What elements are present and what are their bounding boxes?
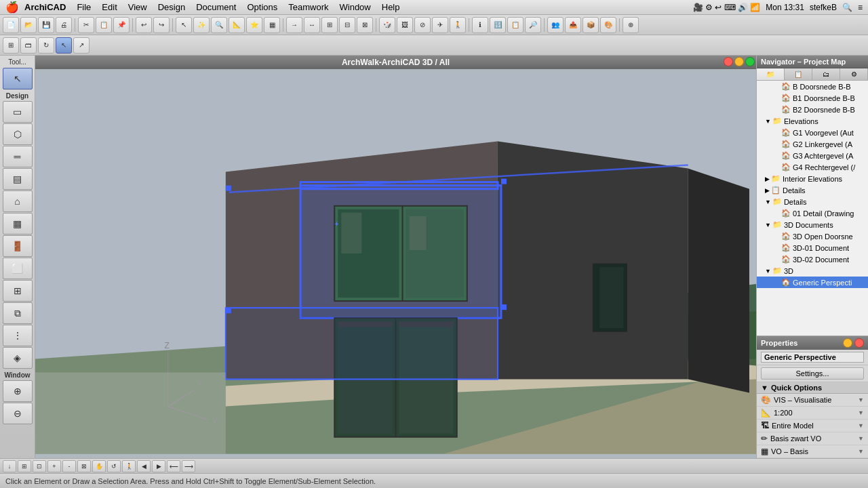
nav-tab-project[interactable]: 📁 xyxy=(757,68,785,80)
tree-item-achtergevel[interactable]: 🏠 G3 Achtergevel (A xyxy=(757,150,868,161)
door-tool[interactable]: 🚪 xyxy=(3,235,33,257)
floor-display-btn[interactable]: ⊞ xyxy=(18,460,31,472)
3d-scene[interactable]: Z Y X + xyxy=(35,69,756,458)
collab-btn[interactable]: 👥 xyxy=(547,17,564,33)
align-btn[interactable]: ⊟ xyxy=(339,17,355,33)
tree-item-doorsnede-b1[interactable]: 🏠 B1 Doorsnede B-B xyxy=(757,92,868,104)
print-btn[interactable]: 🖨 xyxy=(56,17,72,33)
interior-elevations-arrow[interactable]: ▶ xyxy=(765,176,770,182)
tree-item-doorsnede-bb[interactable]: 🏠 B Doorsnede B-B xyxy=(757,81,868,92)
zoom-btn[interactable]: 🔍 xyxy=(211,17,227,33)
walk-btn[interactable]: 🚶 xyxy=(450,17,466,33)
zoom-tool[interactable]: ⊕ xyxy=(3,380,33,402)
menu-help[interactable]: Help xyxy=(376,2,406,12)
prev-view-btn[interactable]: ⟵ xyxy=(167,460,180,472)
select-tool[interactable]: ↖ xyxy=(3,68,33,89)
section-btn[interactable]: ⊘ xyxy=(414,17,431,33)
color-btn[interactable]: 🎨 xyxy=(600,17,616,33)
new-btn[interactable]: 📄 xyxy=(3,17,19,33)
tree-item-doorsnede-b2[interactable]: 🏠 B2 Doorsnede B-B xyxy=(757,104,868,115)
list-icon[interactable]: ≡ xyxy=(858,3,863,12)
tree-item-voorgevel[interactable]: 🏠 G1 Voorgevel (Aut xyxy=(757,127,868,138)
stair-tool[interactable]: ▦ xyxy=(3,213,33,235)
tree-item-3d-documents[interactable]: ▼ 📁 3D Documents xyxy=(757,219,868,230)
3d-view-btn[interactable]: 🗃 xyxy=(20,37,37,54)
nav-tab-layout[interactable]: 📋 xyxy=(785,68,812,80)
paste-btn[interactable]: 📌 xyxy=(113,17,130,33)
tree-item-detail-01[interactable]: 🏠 01 Detail (Drawing xyxy=(757,207,868,219)
pen-set-arrow[interactable]: ▼ xyxy=(858,435,864,442)
tree-item-linkergevel[interactable]: 🏠 G2 Linkergevel (A xyxy=(757,138,868,150)
viewport-max-btn[interactable] xyxy=(745,57,755,66)
tree-item-3d[interactable]: ▼ 📁 3D xyxy=(757,265,868,277)
star-btn[interactable]: ⭐ xyxy=(246,17,262,33)
elevations-arrow[interactable]: ▼ xyxy=(765,118,771,125)
info-btn[interactable]: ℹ xyxy=(472,17,488,33)
pan-btn[interactable]: ✋ xyxy=(92,460,106,472)
nav-tab-publisher[interactable]: 🗂 xyxy=(812,68,840,80)
tree-item-elevations[interactable]: ▼ 📁 Elevations xyxy=(757,115,868,127)
scale-arrow[interactable]: ▼ xyxy=(858,409,864,416)
zone-tool[interactable]: ⧉ xyxy=(3,302,33,324)
save-btn[interactable]: 💾 xyxy=(38,17,54,33)
3d-documents-arrow[interactable]: ▼ xyxy=(765,222,771,228)
fly-btn[interactable]: ✈ xyxy=(432,17,448,33)
menu-document[interactable]: Document xyxy=(191,2,241,12)
wall-tool[interactable]: ▭ xyxy=(3,101,33,123)
magic-wand-btn[interactable]: ✨ xyxy=(193,17,210,33)
distribute-btn[interactable]: ⊠ xyxy=(357,17,373,33)
calc-btn[interactable]: 🔢 xyxy=(490,17,506,33)
scroll-back-btn[interactable]: ◀ xyxy=(137,460,151,472)
grid-btn[interactable]: ⊞ xyxy=(321,17,338,33)
schedule-btn[interactable]: 📋 xyxy=(507,17,524,33)
window-tool[interactable]: ⬜ xyxy=(3,258,33,279)
menu-view[interactable]: View xyxy=(123,2,153,12)
vis-arrow[interactable]: ▼ xyxy=(858,396,864,403)
nav-tab-info[interactable]: ⚙ xyxy=(840,68,868,80)
roof-tool[interactable]: ⌂ xyxy=(3,190,33,212)
object-tool[interactable]: ⊞ xyxy=(3,280,33,302)
open-btn[interactable]: 📂 xyxy=(20,17,37,33)
3d-btn[interactable]: 🎲 xyxy=(379,17,395,33)
zoom-out-btn[interactable]: - xyxy=(62,460,76,472)
search-icon[interactable]: 🔍 xyxy=(842,3,852,12)
fit-btn[interactable]: ⊠ xyxy=(77,460,91,472)
beam-tool[interactable]: ═ xyxy=(3,146,33,167)
mesh-tool[interactable]: ⋮ xyxy=(3,325,33,346)
orbit-btn[interactable]: ↺ xyxy=(107,460,121,472)
layer-btn[interactable]: ▦ xyxy=(264,17,280,33)
morph-tool[interactable]: ◈ xyxy=(3,347,33,369)
tree-item-worksheets[interactable]: ▶ 📋 Details xyxy=(757,184,868,196)
layer-arrow[interactable]: ▼ xyxy=(858,448,864,455)
details-arrow[interactable]: ▼ xyxy=(765,199,771,205)
export-btn[interactable]: 📦 xyxy=(583,17,599,33)
model-arrow[interactable]: ▼ xyxy=(858,422,864,429)
next-view-btn[interactable]: ⟶ xyxy=(182,460,195,472)
render-btn[interactable]: 🖼 xyxy=(397,17,413,33)
plan-view-btn[interactable]: ⊞ xyxy=(3,37,19,54)
tree-item-3d-open[interactable]: 🏠 3D Open Doorsne xyxy=(757,230,868,242)
menu-options[interactable]: Options xyxy=(241,2,283,12)
menu-window[interactable]: Window xyxy=(334,2,376,12)
undo-btn[interactable]: ↩ xyxy=(136,17,152,33)
viewport-close-btn[interactable] xyxy=(724,57,733,66)
menu-file[interactable]: File xyxy=(71,2,96,12)
navigator-tree[interactable]: 🏠 B Doorsnede B-B 🏠 B1 Doorsnede B-B 🏠 B… xyxy=(757,81,868,336)
menu-design[interactable]: Design xyxy=(153,2,191,12)
menu-teamwork[interactable]: Teamwork xyxy=(283,2,334,12)
menu-edit[interactable]: Edit xyxy=(96,2,122,12)
viewport-min-btn[interactable] xyxy=(734,57,744,66)
arrow-btn[interactable]: → xyxy=(286,17,302,33)
properties-min-btn[interactable] xyxy=(843,338,852,348)
worksheets-arrow[interactable]: ▶ xyxy=(765,187,770,194)
3d-arrow[interactable]: ▼ xyxy=(765,268,771,274)
rotate-view-btn[interactable]: ↻ xyxy=(38,37,54,54)
cut-btn[interactable]: ✂ xyxy=(78,17,94,33)
sub-select-btn[interactable]: ↗ xyxy=(73,37,90,54)
extra-btn[interactable]: ⊕ xyxy=(623,17,639,33)
apple-menu[interactable]: 🍎 xyxy=(5,1,19,14)
tree-item-3d-01[interactable]: 🏠 3D-01 Document xyxy=(757,242,868,253)
properties-close-btn[interactable] xyxy=(854,338,864,348)
publish-btn[interactable]: 📤 xyxy=(565,17,581,33)
tree-item-rechtergevel[interactable]: 🏠 G4 Rechtergevel (/ xyxy=(757,161,868,173)
